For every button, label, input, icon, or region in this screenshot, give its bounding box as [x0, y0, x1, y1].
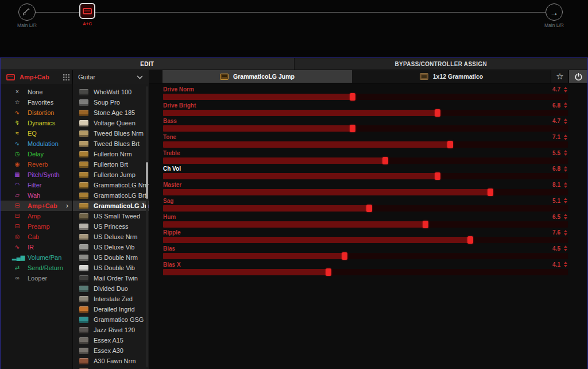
slider-handle[interactable] — [350, 125, 355, 132]
slider-handle[interactable] — [447, 141, 453, 148]
slider-handle[interactable] — [382, 157, 388, 164]
slider-fill — [163, 269, 329, 275]
value-stepper[interactable] — [563, 229, 568, 236]
param-slider[interactable] — [163, 253, 568, 259]
param-value: 8.1 — [548, 182, 560, 188]
favorite-star-button[interactable]: ☆ — [551, 70, 568, 83]
model-item[interactable]: Mail Order Twin — [73, 273, 149, 283]
model-item[interactable]: US Small Tweed — [73, 211, 149, 221]
param-slider[interactable] — [163, 269, 568, 275]
model-item[interactable]: Derailed Ingrid — [73, 304, 149, 314]
param-slider[interactable] — [163, 94, 568, 100]
model-item[interactable]: Tweed Blues Brt — [73, 139, 149, 149]
value-stepper[interactable] — [563, 166, 568, 172]
tab-cab-model[interactable]: 1x12 Grammatico — [352, 70, 551, 83]
model-item[interactable]: GrammaticoLG Brt — [73, 190, 149, 201]
model-item[interactable]: US Deluxe Nrm — [73, 232, 149, 242]
model-item[interactable]: Jazz Rivet 120 — [73, 325, 149, 335]
value-stepper[interactable] — [563, 86, 568, 93]
slider-handle[interactable] — [342, 252, 347, 260]
category-item[interactable]: ◷ Delay — [1, 149, 72, 159]
model-item[interactable]: US Deluxe Vib — [73, 242, 149, 252]
model-item[interactable]: Soup Pro — [73, 97, 149, 107]
category-item[interactable]: ↯ Dynamics — [1, 118, 72, 128]
model-item[interactable]: Voltage Queen — [73, 118, 149, 128]
category-item[interactable]: ∿ Modulation — [1, 139, 72, 149]
model-item[interactable]: US Double Vib — [73, 263, 149, 273]
slider-handle[interactable] — [350, 93, 355, 101]
category-item[interactable]: ◎ Cab — [1, 232, 72, 242]
category-item[interactable]: ⊟ Preamp — [1, 221, 72, 232]
category-item[interactable]: ∿ IR — [1, 242, 72, 252]
category-item[interactable]: ⇄ Send/Return — [1, 263, 72, 273]
param-slider[interactable] — [163, 125, 568, 132]
slider-handle[interactable] — [326, 268, 331, 276]
bypass-power-button[interactable] — [568, 70, 587, 83]
category-item[interactable]: ☆ Favorites — [1, 97, 72, 107]
value-stepper[interactable] — [563, 213, 568, 220]
model-item[interactable]: US Princess — [73, 221, 149, 232]
slider-handle[interactable] — [467, 236, 473, 244]
tab-amp-model[interactable]: GrammaticoLG Jump — [163, 70, 352, 83]
model-item[interactable]: Divided Duo — [73, 283, 149, 294]
model-item[interactable]: Fullerton Jump — [73, 170, 149, 180]
chain-input-node[interactable]: Main L/R — [17, 3, 37, 28]
param-slider[interactable] — [163, 205, 568, 212]
category-item[interactable]: × None — [1, 87, 72, 97]
model-item[interactable]: GrammaticoLG Jump — [73, 201, 149, 211]
model-item[interactable]: A30 Fawn Brt — [73, 366, 149, 369]
model-item[interactable]: US Double Nrm — [73, 252, 149, 263]
category-item[interactable]: ∿ Distortion — [1, 107, 72, 118]
value-stepper[interactable] — [563, 182, 568, 189]
slider-handle[interactable] — [435, 172, 440, 180]
slider-handle[interactable] — [488, 189, 493, 196]
param-slider[interactable] — [163, 110, 568, 116]
category-item[interactable]: ⊟ Amp — [1, 211, 72, 221]
amp-cab-block[interactable]: A+C — [79, 3, 95, 26]
model-thumbnail — [79, 348, 88, 354]
model-item[interactable]: Grammatico GSG — [73, 314, 149, 325]
model-item[interactable]: GrammaticoLG Nrm — [73, 180, 149, 190]
param-slider[interactable] — [163, 237, 568, 243]
model-item[interactable]: WhoWatt 100 — [73, 87, 149, 97]
param-slider[interactable] — [163, 157, 568, 164]
model-thumbnail — [79, 141, 88, 147]
value-stepper[interactable] — [563, 102, 568, 109]
model-item[interactable]: Essex A15 — [73, 335, 149, 345]
model-item[interactable]: A30 Fawn Nrm — [73, 356, 149, 366]
category-item[interactable]: ⊟ Amp+Cab › — [1, 201, 72, 211]
param-slider[interactable] — [163, 173, 568, 179]
slider-handle[interactable] — [435, 109, 440, 117]
value-stepper[interactable] — [563, 261, 568, 268]
model-label: US Small Tweed — [94, 213, 140, 220]
instrument-filter-dropdown[interactable]: Guitar — [72, 70, 149, 84]
scrollbar-thumb[interactable] — [146, 162, 148, 199]
value-stepper[interactable] — [563, 118, 568, 125]
category-item[interactable]: ≈ EQ — [1, 128, 72, 139]
param-slider[interactable] — [163, 221, 568, 228]
model-item[interactable]: Fullerton Nrm — [73, 149, 149, 159]
value-stepper[interactable] — [563, 197, 568, 204]
category-item[interactable]: ▂▄▆ Volume/Pan — [1, 252, 72, 263]
value-stepper[interactable] — [563, 134, 568, 141]
slider-handle[interactable] — [366, 205, 372, 212]
tab-bypass-controller-assign[interactable]: BYPASS/CONTROLLER ASSIGN — [295, 58, 588, 70]
model-item[interactable]: Essex A30 — [73, 345, 149, 356]
tab-edit[interactable]: EDIT — [1, 58, 295, 70]
value-stepper[interactable] — [563, 149, 568, 156]
category-item[interactable]: ◠ Filter — [1, 180, 72, 190]
category-item[interactable]: ▱ Wah — [1, 190, 72, 201]
chain-output-node[interactable]: → Main L/R — [544, 3, 564, 28]
model-item[interactable]: Stone Age 185 — [73, 107, 149, 118]
value-stepper[interactable] — [563, 245, 568, 252]
category-item[interactable]: ◉ Reverb — [1, 159, 72, 170]
model-item[interactable]: Tweed Blues Nrm — [73, 128, 149, 139]
model-item[interactable]: Interstate Zed — [73, 294, 149, 304]
category-item[interactable]: ∞ Looper — [1, 273, 72, 283]
slider-handle[interactable] — [423, 221, 428, 228]
category-item[interactable]: ▦ Pitch/Synth — [1, 170, 72, 180]
grid-view-icon[interactable] — [61, 74, 71, 80]
param-slider[interactable] — [163, 141, 568, 148]
param-slider[interactable] — [163, 189, 568, 195]
model-item[interactable]: Fullerton Brt — [73, 159, 149, 170]
